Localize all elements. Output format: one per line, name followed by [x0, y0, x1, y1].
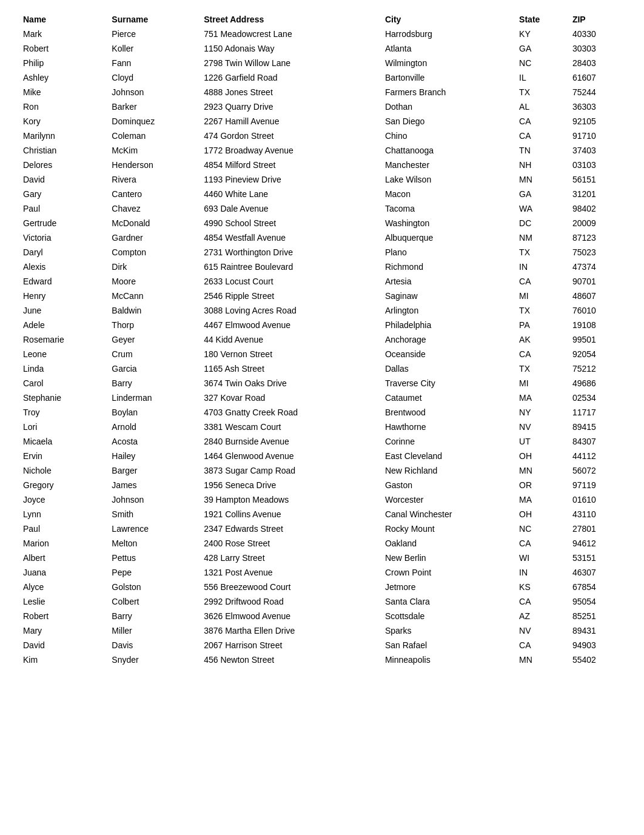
- cell-6-3: San Diego: [380, 114, 514, 129]
- cell-28-4: UT: [514, 434, 568, 449]
- cell-11-3: Macon: [380, 187, 514, 201]
- cell-36-5: 53151: [568, 551, 626, 565]
- cell-7-0: Marilynn: [18, 129, 107, 143]
- cell-17-3: Artesia: [380, 274, 514, 289]
- table-row: RobertBarry3626 Elmwood AvenueScottsdale…: [18, 609, 626, 623]
- cell-15-4: TX: [514, 245, 568, 260]
- cell-41-4: NV: [514, 623, 568, 638]
- table-row: TroyBoylan4703 Gnatty Creek RoadBrentwoo…: [18, 405, 626, 420]
- cell-41-2: 3876 Martha Ellen Drive: [199, 623, 380, 638]
- cell-21-1: Geyer: [107, 332, 199, 347]
- cell-13-4: DC: [514, 216, 568, 230]
- cell-5-5: 36303: [568, 99, 626, 114]
- cell-9-3: Manchester: [380, 158, 514, 172]
- cell-29-4: OH: [514, 449, 568, 463]
- cell-12-2: 693 Dale Avenue: [199, 201, 380, 216]
- cell-4-1: Johnson: [107, 85, 199, 99]
- column-header-city: City: [380, 12, 514, 27]
- cell-14-4: NM: [514, 230, 568, 245]
- cell-23-2: 1165 Ash Street: [199, 361, 380, 376]
- cell-31-0: Gregory: [18, 478, 107, 492]
- cell-10-1: Rivera: [107, 172, 199, 187]
- cell-25-0: Stephanie: [18, 391, 107, 405]
- cell-8-0: Christian: [18, 143, 107, 158]
- cell-3-0: Ashley: [18, 70, 107, 85]
- cell-32-5: 01610: [568, 492, 626, 507]
- cell-20-3: Philadelphia: [380, 318, 514, 332]
- cell-21-5: 99501: [568, 332, 626, 347]
- cell-43-1: Snyder: [107, 652, 199, 667]
- cell-30-5: 56072: [568, 463, 626, 478]
- cell-12-4: WA: [514, 201, 568, 216]
- cell-8-4: TN: [514, 143, 568, 158]
- cell-3-1: Cloyd: [107, 70, 199, 85]
- cell-37-2: 1321 Post Avenue: [199, 565, 380, 580]
- cell-14-5: 87123: [568, 230, 626, 245]
- cell-6-2: 2267 Hamill Avenue: [199, 114, 380, 129]
- cell-14-1: Gardner: [107, 230, 199, 245]
- cell-37-0: Juana: [18, 565, 107, 580]
- cell-13-1: McDonald: [107, 216, 199, 230]
- cell-41-5: 89431: [568, 623, 626, 638]
- cell-38-3: Jetmore: [380, 580, 514, 594]
- cell-40-2: 3626 Elmwood Avenue: [199, 609, 380, 623]
- cell-18-2: 2546 Ripple Street: [199, 289, 380, 303]
- cell-13-2: 4990 School Street: [199, 216, 380, 230]
- cell-18-5: 48607: [568, 289, 626, 303]
- cell-25-4: MA: [514, 391, 568, 405]
- cell-28-3: Corinne: [380, 434, 514, 449]
- cell-18-4: MI: [514, 289, 568, 303]
- cell-33-5: 43110: [568, 507, 626, 521]
- cell-2-4: NC: [514, 56, 568, 70]
- cell-0-0: Mark: [18, 27, 107, 41]
- cell-9-0: Delores: [18, 158, 107, 172]
- cell-1-4: GA: [514, 41, 568, 56]
- cell-40-1: Barry: [107, 609, 199, 623]
- cell-29-5: 44112: [568, 449, 626, 463]
- cell-31-2: 1956 Seneca Drive: [199, 478, 380, 492]
- cell-16-4: IN: [514, 260, 568, 274]
- cell-37-1: Pepe: [107, 565, 199, 580]
- cell-4-3: Farmers Branch: [380, 85, 514, 99]
- cell-26-4: NY: [514, 405, 568, 420]
- table-row: DavidRivera1193 Pineview DriveLake Wilso…: [18, 172, 626, 187]
- table-row: RonBarker2923 Quarry DriveDothanAL36303: [18, 99, 626, 114]
- cell-22-0: Leone: [18, 347, 107, 361]
- table-row: RobertKoller1150 Adonais WayAtlantaGA303…: [18, 41, 626, 56]
- cell-40-0: Robert: [18, 609, 107, 623]
- cell-5-3: Dothan: [380, 99, 514, 114]
- cell-24-3: Traverse City: [380, 376, 514, 391]
- cell-6-5: 92105: [568, 114, 626, 129]
- cell-42-0: David: [18, 638, 107, 652]
- cell-17-4: CA: [514, 274, 568, 289]
- cell-39-2: 2992 Driftwood Road: [199, 594, 380, 609]
- cell-12-1: Chavez: [107, 201, 199, 216]
- cell-22-2: 180 Vernon Street: [199, 347, 380, 361]
- cell-43-3: Minneapolis: [380, 652, 514, 667]
- cell-13-5: 20009: [568, 216, 626, 230]
- cell-37-4: IN: [514, 565, 568, 580]
- cell-15-5: 75023: [568, 245, 626, 260]
- table-row: LeoneCrum180 Vernon StreetOceansideCA920…: [18, 347, 626, 361]
- cell-21-4: AK: [514, 332, 568, 347]
- cell-37-3: Crown Point: [380, 565, 514, 580]
- data-table: NameSurnameStreet AddressCityStateZIP Ma…: [18, 12, 626, 667]
- cell-16-1: Dirk: [107, 260, 199, 274]
- table-row: MaryMiller3876 Martha Ellen DriveSparksN…: [18, 623, 626, 638]
- cell-22-4: CA: [514, 347, 568, 361]
- cell-16-5: 47374: [568, 260, 626, 274]
- table-row: HenryMcCann2546 Ripple StreetSaginawMI48…: [18, 289, 626, 303]
- cell-25-5: 02534: [568, 391, 626, 405]
- cell-9-2: 4854 Milford Street: [199, 158, 380, 172]
- cell-33-3: Canal Winchester: [380, 507, 514, 521]
- cell-25-1: Linderman: [107, 391, 199, 405]
- cell-1-2: 1150 Adonais Way: [199, 41, 380, 56]
- cell-43-0: Kim: [18, 652, 107, 667]
- cell-24-5: 49686: [568, 376, 626, 391]
- cell-18-0: Henry: [18, 289, 107, 303]
- cell-36-2: 428 Larry Street: [199, 551, 380, 565]
- cell-6-0: Kory: [18, 114, 107, 129]
- table-row: AlbertPettus428 Larry StreetNew BerlinWI…: [18, 551, 626, 565]
- cell-42-5: 94903: [568, 638, 626, 652]
- cell-32-1: Johnson: [107, 492, 199, 507]
